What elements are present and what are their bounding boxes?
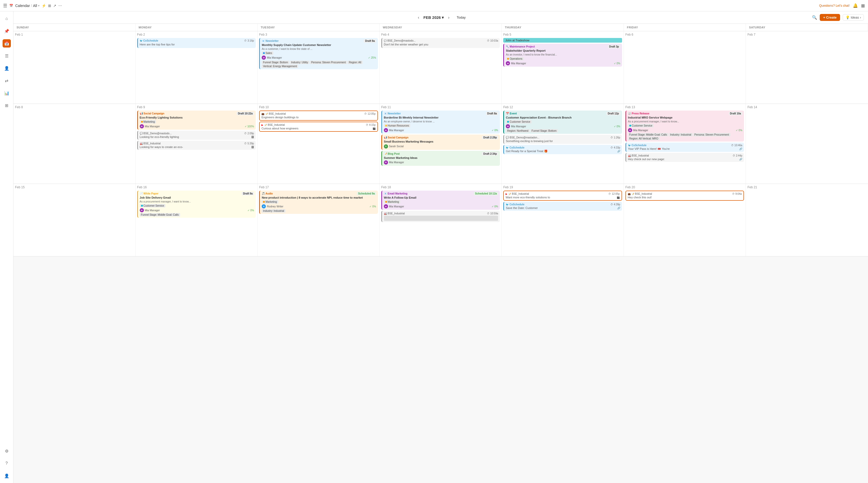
card-coschedule-feb13a[interactable]: 🐦 CoSchedule ⏱ 10:46a Your VIP Pass is H…	[625, 142, 744, 152]
breadcrumb-all[interactable]: All	[33, 4, 37, 8]
card-bse-industrial-feb9[interactable]: 🏭 BSE_Industrial ⏱ 5:39p Looking for way…	[137, 141, 256, 150]
day-feb19: Feb 19 ▶ 📝 BSE_Industrial ⏱ 12:05p Want …	[502, 184, 624, 256]
day-feb10: Feb 10 💼 📝 BSE_Industrial ⏱ 12:05p Engin…	[257, 104, 380, 184]
view-icon[interactable]: ⊞	[48, 4, 51, 8]
card-bse-demo-feb12[interactable]: 💬 BSE_Demo@mastadon... ⏱ 1:26p Something…	[503, 135, 622, 144]
card-coschedule-feb19[interactable]: 🐦 CoSchedule ⏱ 4:39p Save the Date: Cust…	[503, 202, 622, 211]
card-newsletter-feb11[interactable]: 📧 Newsletter Draft 8a Borderline Bi-Week…	[381, 110, 500, 133]
day-feb14: Feb 14	[746, 104, 868, 184]
sidebar-list[interactable]: ☰	[3, 52, 11, 60]
header-sunday: SUNDAY	[13, 24, 135, 31]
day-feb7: Feb 7	[746, 31, 868, 104]
header-monday: MONDAY	[135, 24, 258, 31]
card-bse-industrial-feb10b[interactable]: ▶ 📝 BSE_Industrial ⏱ 4:15p Curious about…	[259, 122, 378, 132]
week-row-2: Feb 8 Feb 9 📢 Social Campaign Draft 10:2…	[13, 104, 868, 184]
questions-link[interactable]: Questions? Let's chat!	[819, 4, 850, 7]
sidebar-chart[interactable]: 📊	[3, 89, 11, 97]
header-tuesday: TUESDAY	[257, 24, 380, 31]
card-bse-demo-feb4[interactable]: 💬 BSE_Demo@mastodo... ⏱ 10:03a Don't let…	[381, 38, 500, 48]
day-feb2: Feb 2 🐦 CoSchedule ⏱ 3:16p Here are the …	[135, 31, 258, 104]
filter-icon[interactable]: ⚡	[41, 4, 46, 8]
sidebar-shuffle[interactable]: ⇄	[3, 76, 11, 85]
day-feb17: Feb 17 🎵 Audio Scheduled 9a New product …	[257, 184, 380, 256]
header-friday: FRIDAY	[624, 24, 746, 31]
card-bse-industrial-feb13[interactable]: 🏭 BSE_Industrial ⏱ 2:44p Hey check out o…	[625, 153, 744, 162]
day-headers: SUNDAY MONDAY TUESDAY WEDNESDAY THURSDAY…	[13, 24, 868, 31]
card-coschedule-feb12[interactable]: 🐦 CoSchedule ⏱ 4:33p Get Ready for a Spe…	[503, 145, 622, 154]
header-wednesday: WEDNESDAY	[380, 24, 502, 31]
current-month[interactable]: FEB 2026 ▾	[424, 15, 444, 20]
share-icon[interactable]: ↗	[53, 4, 56, 8]
sidebar-grid[interactable]: ⊞	[3, 101, 11, 109]
day-feb4: Feb 4 💬 BSE_Demo@mastodo... ⏱ 10:03a Don…	[380, 31, 502, 104]
today-button[interactable]: Today	[457, 15, 466, 20]
sidebar-calendar[interactable]: 📅	[3, 39, 11, 47]
card-event-feb12[interactable]: 📅 Event Draft 12p Customer Appreciation …	[503, 110, 622, 134]
main-area: ‹ FEB 2026 ▾ › Today 🔍 + Create 💡 Ideas …	[13, 11, 868, 483]
create-button[interactable]: + Create	[820, 14, 840, 21]
sidebar-toggle[interactable]: ▦	[861, 3, 865, 8]
day-feb5: Feb 5 John at Tradeshow 🔧 Maintenance Pr…	[502, 31, 624, 104]
calendar-toolbar: ‹ FEB 2026 ▾ › Today 🔍 + Create 💡 Ideas …	[13, 11, 868, 24]
notification-bell[interactable]: 🔔	[853, 3, 858, 8]
day-feb16: Feb 16 📄 White Paper Draft 9a Job Site D…	[135, 184, 258, 256]
event-bar-tradeshow[interactable]: John at Tradeshow	[503, 38, 622, 43]
card-bse-industrial-feb20[interactable]: 💼 📝 BSE_Industrial ⏱ 9:04a Hey check thi…	[625, 191, 744, 201]
hamburger-menu[interactable]: ☰	[3, 3, 7, 8]
card-newsletter-feb3[interactable]: 📧 Newsletter Draft 9a Monthly Supply Cha…	[259, 38, 378, 69]
day-feb21: Feb 21	[746, 184, 868, 256]
nav-icon: 📅	[9, 4, 13, 7]
day-feb6: Feb 6	[624, 31, 746, 104]
day-feb3: Feb 3 📧 Newsletter Draft 9a Monthly Supp…	[257, 31, 380, 104]
card-pressrelease-feb13[interactable]: 📰 Press Release Draft 10a Industrial MRO…	[625, 110, 744, 141]
sidebar-pin[interactable]: 📌	[3, 27, 11, 35]
sidebar-help[interactable]: ?	[3, 459, 11, 468]
sidebar-home[interactable]: ⌂	[3, 14, 11, 23]
card-social-feb11[interactable]: 📢 Social Campaign Draft 2:29p Small Busi…	[381, 135, 500, 150]
card-social-feb9[interactable]: 📢 Social Campaign Draft 10:22a Eco-Frien…	[137, 110, 256, 130]
left-sidebar: ⌂ 📌 📅 ☰ 👤 ⇄ 📊 ⊞ ⚙ ? 👤	[0, 11, 13, 483]
card-whitepaper-feb16[interactable]: 📄 White Paper Draft 9a Job Site Delivery…	[137, 191, 256, 218]
breadcrumb-calendar[interactable]: Calendar	[15, 4, 30, 8]
sidebar-user[interactable]: 👤	[3, 472, 11, 480]
search-button[interactable]: 🔍	[812, 15, 817, 20]
day-feb12: Feb 12 📅 Event Draft 12p Customer Apprec…	[502, 104, 624, 184]
card-bse-industrial-feb10a[interactable]: 💼 📝 BSE_Industrial ⏱ 12:05p Engineers de…	[259, 110, 378, 121]
day-feb20: Feb 20 💼 📝 BSE_Industrial ⏱ 9:04a Hey ch…	[624, 184, 746, 256]
more-icon[interactable]: ⋯	[58, 4, 62, 8]
sidebar-people[interactable]: 👤	[3, 64, 11, 72]
calendar-grid: SUNDAY MONDAY TUESDAY WEDNESDAY THURSDAY…	[13, 24, 868, 483]
next-month-button[interactable]: ›	[446, 14, 451, 21]
day-feb8: Feb 8	[13, 104, 135, 184]
header-thursday: THURSDAY	[502, 24, 624, 31]
week-row-3: Feb 15 Feb 16 📄 White Paper Draft 9a Job…	[13, 184, 868, 256]
card-maintenance-feb5[interactable]: 🔧 Maintenance Project Draft 3p Stakehold…	[503, 44, 622, 67]
card-bse-industrial-feb18[interactable]: 🏭 BSE_Industrial ⏱ 10:59a	[381, 211, 500, 222]
card-coschedule-feb2[interactable]: 🐦 CoSchedule ⏱ 3:16p Here are the top fi…	[137, 38, 256, 48]
card-bse-industrial-feb19a[interactable]: ▶ 📝 BSE_Industrial ⏱ 12:05p Want more ec…	[503, 191, 622, 201]
card-bse-demo-feb9[interactable]: 💬 BSE_Demo@mastodo... ⏱ 2:09p Looking fo…	[137, 131, 256, 140]
day-feb15: Feb 15	[13, 184, 135, 256]
calendar-nav: ‹ FEB 2026 ▾ › Today	[300, 14, 582, 21]
week-row-1: Feb 1 Feb 2 🐦 CoSchedule ⏱ 3:16p Here	[13, 31, 868, 104]
day-feb13: Feb 13 📰 Press Release Draft 10a Industr…	[624, 104, 746, 184]
top-nav: ☰ 📅 Calendar / All ▾ ⚡ ⊞ ↗ ⋯ Questions? …	[0, 0, 868, 11]
card-audio-feb17[interactable]: 🎵 Audio Scheduled 9a New product introdu…	[259, 191, 378, 214]
sidebar-settings[interactable]: ⚙	[3, 447, 11, 455]
header-saturday: SATURDAY	[746, 24, 868, 31]
prev-month-button[interactable]: ‹	[416, 14, 421, 21]
breadcrumb: Calendar / All ▾	[15, 4, 39, 8]
ideas-button[interactable]: 💡 Ideas ›	[843, 14, 864, 21]
day-feb9: Feb 9 📢 Social Campaign Draft 10:22a Eco…	[135, 104, 258, 184]
card-email-feb18[interactable]: 📧 Email Marketing Scheduled 10:12a Write…	[381, 191, 500, 210]
day-feb1: Feb 1	[13, 31, 135, 104]
day-feb11: Feb 11 📧 Newsletter Draft 8a Borderline …	[380, 104, 502, 184]
card-blog-feb11[interactable]: 📝 Blog Post Draft 2:34p Summer Marketing…	[381, 151, 500, 166]
day-feb18: Feb 18 📧 Email Marketing Scheduled 10:12…	[380, 184, 502, 256]
